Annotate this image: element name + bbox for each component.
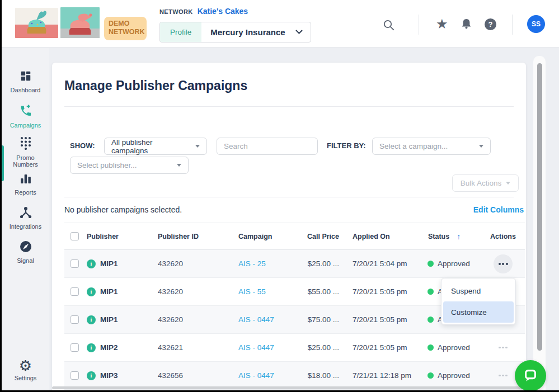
header-divider [419,15,419,35]
vertical-scrollbar-track[interactable] [533,56,546,390]
publisher-id: 432620 [156,315,235,324]
demo-network-badge: DEMO NETWORK [104,17,147,40]
sidebar-item-settings[interactable]: ⚙ Settings [2,359,49,381]
search-input[interactable] [217,138,318,155]
publisher-filter-dropdown[interactable]: Select publisher... [70,157,189,174]
chevron-down-icon [177,164,181,167]
status-dot [428,317,434,323]
header-campaign[interactable]: Campaign [235,233,305,240]
bar-chart-icon [20,173,32,187]
header-status[interactable]: Status ↑ [425,232,481,241]
app-header: DEMO NETWORK NETWORK Katie's Cakes Profi… [2,0,559,48]
sidebar-item-label: Reports [15,189,36,196]
applied-on: 7/20/21 5:05 pm [342,343,425,352]
sidebar-item-campaigns[interactable]: Campaigns [2,104,49,129]
sidebar-item-dashboard[interactable]: Dashboard [2,70,49,93]
campaign-link[interactable]: AIS - 0447 [238,315,274,324]
bulk-actions-button[interactable]: Bulk Actions [452,174,519,192]
menu-item-suspend[interactable]: Suspend [443,280,514,301]
favorites-star-icon[interactable]: ★ [436,17,448,31]
vertical-scrollbar-thumb[interactable] [537,63,542,351]
user-avatar[interactable]: SS [527,15,545,33]
horizontal-scrollbar[interactable] [52,386,525,389]
row-checkbox[interactable] [71,287,79,296]
sidebar-item-label: Signal [17,257,34,264]
info-icon[interactable]: i [87,259,96,268]
publisher-name: MIP1 [100,287,118,296]
table-header-row: Publisher Publisher ID Campaign Call Pri… [64,223,525,250]
table-row: i MIP2 432621 AIS - 0447 $25.00 ... 7/20… [64,334,525,362]
campaign-link[interactable]: AIS - 0447 [238,371,274,380]
chevron-down-icon [479,145,483,148]
row-checkbox[interactable] [71,343,79,352]
show-filter-dropdown[interactable]: All publisher campaigns [104,138,207,155]
header-publisher-id[interactable]: Publisher ID [156,233,235,240]
header-call-price[interactable]: Call Price [305,233,342,240]
show-filter-value: All publisher campaigns [111,138,190,155]
row-actions-button[interactable] [494,366,513,385]
call-price: $18.00 ... [305,371,342,380]
status-dot [428,344,434,351]
profile-selector[interactable]: Profile Mercury Insurance [159,22,311,42]
phone-arrow-icon [19,104,32,120]
info-icon[interactable]: i [87,371,96,380]
applied-on: 7/20/21 5:05 pm [342,287,425,296]
selection-status-text: No publisher campaigns selected. [64,205,182,214]
chevron-down-icon [295,22,311,42]
campaign-filter-dropdown[interactable]: Select a campaign... [372,138,491,155]
status-label: Approved [438,371,470,380]
notifications-bell-icon[interactable] [461,18,472,32]
bulk-actions-label: Bulk Actions [461,179,502,187]
main-card: Manage Publisher Campaigns SHOW: All pub… [52,63,526,390]
header-publisher[interactable]: Publisher [84,233,156,240]
divider [64,197,514,197]
campaign-link[interactable]: AIS - 55 [238,287,266,296]
sort-ascending-icon[interactable]: ↑ [457,232,461,241]
row-actions-button[interactable] [494,338,513,357]
sidebar-item-label: Dashboard [11,87,41,93]
sidebar-item-integrations[interactable]: Integrations [2,206,49,230]
sidebar-item-label: Promo Numbers [6,154,46,168]
edit-columns-link[interactable]: Edit Columns [473,205,524,214]
select-all-checkbox[interactable] [71,232,79,240]
publisher-id: 432621 [156,343,235,352]
network-name-link[interactable]: Katie's Cakes [198,7,248,16]
network-logo-image-1 [15,8,58,38]
row-checkbox[interactable] [71,315,79,324]
profile-selected-value: Mercury Insurance [201,22,295,42]
row-actions-button[interactable] [494,254,513,273]
help-icon[interactable]: ? [485,18,496,30]
sidebar-item-promo-numbers[interactable]: Promo Numbers [2,136,49,168]
browser-viewport: DEMO NETWORK NETWORK Katie's Cakes Profi… [0,0,559,392]
header-applied-on[interactable]: Applied On [342,233,425,240]
sidebar-item-signal[interactable]: Signal [2,240,49,264]
status-label: Approved [438,343,470,352]
chat-launcher-button[interactable] [515,360,546,390]
table-row: i MIP1 432620 AIS - 25 $25.00 ... 7/20/2… [64,250,525,278]
applied-on: 7/20/21 5:05 pm [342,315,425,324]
row-checkbox[interactable] [71,371,79,380]
node-tree-icon [19,206,32,221]
call-price: $55.00 ... [305,287,342,296]
info-icon[interactable]: i [87,343,96,352]
row-checkbox[interactable] [71,259,79,268]
search-icon[interactable] [383,19,395,34]
menu-item-customize[interactable]: Customize [443,301,514,323]
show-label: SHOW: [70,141,95,150]
publisher-name: MIP1 [100,315,118,324]
header-divider [512,15,513,35]
campaign-link[interactable]: AIS - 0447 [238,343,274,352]
publisher-name: MIP2 [100,343,118,352]
publisher-name: MIP1 [100,259,118,268]
campaign-link[interactable]: AIS - 25 [238,259,266,268]
info-icon[interactable]: i [87,287,96,296]
chevron-down-icon [195,145,200,148]
sidebar-item-reports[interactable]: Reports [2,173,49,196]
dashboard-grid-icon [20,70,32,84]
header-status-label: Status [428,233,449,240]
status-dot [428,289,434,295]
sidebar-item-label: Integrations [10,223,41,230]
page-title: Manage Publisher Campaigns [64,78,247,93]
chevron-down-icon [506,182,510,185]
info-icon[interactable]: i [87,315,96,324]
